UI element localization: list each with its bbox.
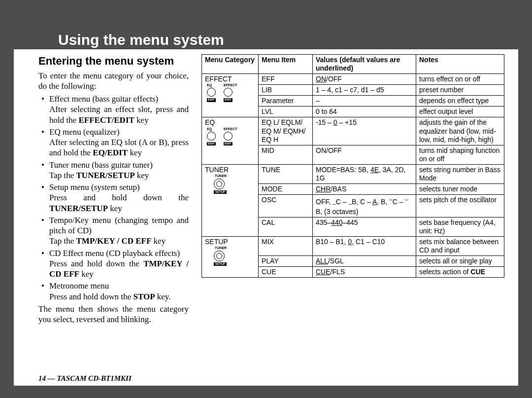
- bullet-head: EQ menu (equalizer): [49, 127, 120, 137]
- values-cell: OFF, –C – –B, C – A, B, –C – –B, (3 octa…: [313, 195, 416, 217]
- notes-cell: sets pitch of the oscillator: [416, 195, 504, 217]
- intro-text: To enter the menu category of your choic…: [38, 71, 189, 92]
- bullet-head: Metronome menu: [49, 281, 109, 290]
- bullet-head: CD Effect menu (CD playback effects): [49, 249, 180, 258]
- notes-cell: preset number: [416, 85, 504, 96]
- category-cell: EFFECTEQEFFECTEDITEDIT: [202, 74, 259, 117]
- table-header-notes: Notes: [416, 55, 504, 74]
- list-item: EQ menu (equalizer)After selecting an EQ…: [38, 127, 189, 158]
- values-cell: –: [313, 96, 416, 107]
- category-cell: EQEQEFFECTEDITEDIT: [202, 117, 259, 164]
- item-cell: MODE: [259, 184, 313, 195]
- footer-product: TASCAM CD-BT1MKII: [57, 374, 132, 382]
- item-cell: LIB: [259, 85, 313, 96]
- values-cell: B10 – B1, 0, C1 – C10: [313, 237, 416, 256]
- table-row: EFFECTEQEFFECTEDITEDITEFFON/OFFturns eff…: [202, 74, 504, 85]
- item-cell: MIX: [259, 237, 313, 256]
- item-cell: TUNE: [259, 164, 313, 183]
- item-cell: LVL: [259, 107, 313, 117]
- notes-cell: selects tuner mode: [416, 184, 504, 195]
- outro-text: The menu then shows the menu category yo…: [38, 304, 189, 325]
- list-item: Effect menu (bass guitar effects)After s…: [38, 94, 189, 125]
- page-content: Entering the menu system To enter the me…: [38, 54, 504, 376]
- page-footer: 14 — TASCAM CD-BT1MKII: [38, 374, 132, 383]
- values-cell: ON/OFF: [313, 74, 416, 85]
- list-item: Setup menu (system setup)Press and hold …: [38, 182, 189, 214]
- bullet-head: Setup menu (system setup): [49, 182, 140, 192]
- page-number: 14: [38, 374, 46, 382]
- tuner-setup-icon: TUNERSETUP: [205, 176, 240, 191]
- bullet-sub: Press and hold down the STOP key.: [49, 291, 189, 302]
- values-cell: CUE/FLS: [313, 267, 416, 278]
- list-item: Tuner menu (bass guitar tuner)Tap the TU…: [38, 160, 189, 181]
- category-label: TUNER: [205, 166, 255, 174]
- item-cell: CAL: [259, 217, 313, 236]
- page-root: Using the menu system Entering the menu …: [0, 0, 532, 398]
- notes-cell: sets string number in Bass Mode: [416, 164, 504, 183]
- item-cell: Parameter: [259, 96, 313, 107]
- item-cell: MID: [259, 145, 313, 164]
- bullet-head: Tuner menu (bass guitar tuner): [49, 160, 153, 170]
- category-cell: SETUPTUNERSETUP: [202, 237, 259, 278]
- table-header-item: Menu Item: [259, 55, 313, 74]
- item-cell: CUE: [259, 267, 313, 278]
- bullet-sub: Tap the TUNER/SETUP key: [49, 170, 189, 181]
- bullet-head: Effect menu (bass guitar effects): [49, 94, 158, 104]
- notes-cell: sets base frequency (A4, unit: Hz): [416, 217, 504, 236]
- notes-cell: selects all or single play: [416, 256, 504, 267]
- page-sheet: Using the menu system Entering the menu …: [14, 15, 518, 386]
- list-item: Metronome menuPress and hold down the ST…: [38, 281, 189, 302]
- page-title: Using the menu system: [58, 32, 224, 48]
- notes-cell: sets mix balance between CD and input: [416, 237, 504, 256]
- footer-sep: —: [46, 374, 57, 382]
- values-cell: 1 – 4, c1 – c7, d1 – d5: [313, 85, 416, 96]
- values-cell: ALL/SGL: [313, 256, 416, 267]
- category-cell: TUNERTUNERSETUP: [202, 164, 259, 236]
- list-item: CD Effect menu (CD playback effects)Pres…: [38, 248, 189, 280]
- table-row: EQEQEFFECTEDITEDITEQ L/ EQLM/ EQ M/ EQMH…: [202, 117, 504, 145]
- eq-effect-icon: EQEFFECTEDITEDIT: [205, 129, 240, 145]
- notes-cell: effect output level: [416, 107, 504, 117]
- item-cell: OSC: [259, 195, 313, 217]
- section-heading: Entering the menu system: [38, 54, 189, 68]
- menu-table: Menu Category Menu Item Values (default …: [201, 54, 504, 278]
- bullet-sub: Tap the TMP/KEY / CD EFF key: [49, 236, 189, 246]
- table-row: SETUPTUNERSETUPMIXB10 – B1, 0, C1 – C10s…: [202, 237, 504, 256]
- values-cell: -15 – 0 – +15: [313, 117, 416, 145]
- item-cell: EFF: [259, 74, 313, 85]
- eq-effect-icon: EQEFFECTEDITEDIT: [205, 85, 240, 101]
- tuner-setup-icon: TUNERSETUP: [205, 248, 240, 263]
- values-cell: ON/OFF: [313, 145, 416, 164]
- values-cell: 0 to 64: [313, 107, 416, 117]
- notes-cell: turns effect on or off: [416, 74, 504, 85]
- bullet-sub: After selecting an EQ slot (A or B), pre…: [49, 137, 189, 158]
- notes-cell: adjusts the gain of the equalizer band (…: [416, 117, 504, 145]
- values-cell: CHR/BAS: [313, 184, 416, 195]
- bullet-sub: After selecting an effect slot, press an…: [49, 104, 189, 125]
- notes-cell: depends on effect type: [416, 96, 504, 107]
- notes-cell: selects action of CUE: [416, 267, 504, 278]
- category-label: EQ: [205, 118, 255, 127]
- bullet-sub: Press and hold down the TMP/KEY / CD EFF…: [49, 258, 189, 280]
- item-cell: PLAY: [259, 256, 313, 267]
- category-label: EFFECT: [205, 75, 255, 83]
- table-header-category: Menu Category: [202, 55, 259, 74]
- table-header-values: Values (default values are underlined): [313, 55, 416, 74]
- left-column: Entering the menu system To enter the me…: [38, 54, 189, 325]
- item-cell: EQ L/ EQLM/ EQ M/ EQMH/ EQ H: [259, 117, 313, 145]
- right-column: Menu Category Menu Item Values (default …: [201, 54, 504, 325]
- table-row: TUNERTUNERSETUPTUNEMODE=BAS: 5B, 4E, 3A,…: [202, 164, 504, 183]
- values-cell: MODE=BAS: 5B, 4E, 3A, 2D, 1G: [313, 164, 416, 183]
- bullet-list: Effect menu (bass guitar effects)After s…: [38, 94, 189, 302]
- bullet-head: Tempo/Key menu (changing tempo and pitch…: [49, 216, 189, 235]
- values-cell: 435–440–445: [313, 217, 416, 236]
- list-item: Tempo/Key menu (changing tempo and pitch…: [38, 215, 189, 247]
- notes-cell: turns mid shaping function on or off: [416, 145, 504, 164]
- category-label: SETUP: [205, 238, 255, 246]
- bullet-sub: Press and hold down the TUNER/SETUP key: [49, 192, 189, 214]
